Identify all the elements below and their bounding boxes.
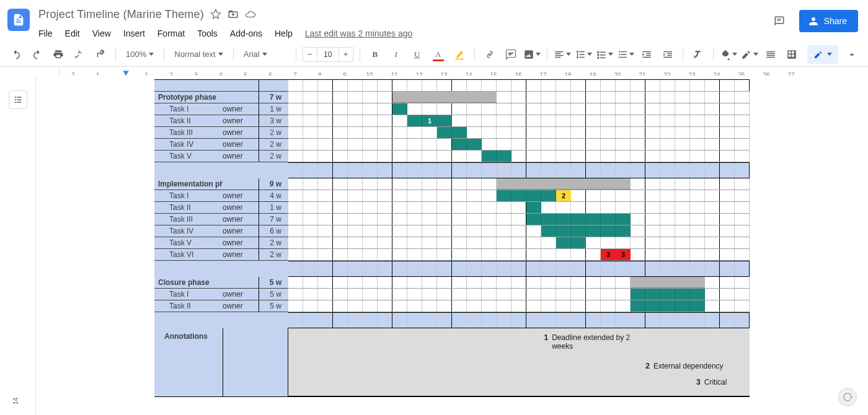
undo-button[interactable] bbox=[7, 46, 25, 63]
phase-header-bar bbox=[392, 92, 497, 103]
task-name: Task II bbox=[154, 116, 223, 125]
checklist-button[interactable] bbox=[596, 46, 613, 63]
insert-comment-button[interactable] bbox=[502, 46, 520, 63]
task-owner: owner bbox=[223, 191, 259, 200]
gantt-table: Prototype phase7 wTask Iowner1 wTask IIo… bbox=[154, 79, 750, 415]
docs-logo[interactable] bbox=[7, 9, 30, 31]
menu-tools[interactable]: Tools bbox=[197, 28, 218, 38]
task-owner: owner bbox=[223, 238, 259, 247]
task-owner: owner bbox=[223, 302, 259, 310]
page-number: 14 bbox=[12, 398, 19, 404]
phase-spacer bbox=[154, 162, 288, 178]
line-spacing-button[interactable] bbox=[575, 46, 592, 63]
task-bar bbox=[631, 300, 705, 312]
highlight-button[interactable] bbox=[451, 46, 468, 63]
task-name: Task II bbox=[154, 302, 223, 310]
annotations-area: 1Deadline extended by 2 weeks2External d… bbox=[288, 328, 750, 396]
menu-add-ons[interactable]: Add-ons bbox=[230, 28, 262, 38]
print-button[interactable] bbox=[50, 46, 67, 63]
last-edit-link[interactable]: Last edit was 2 minutes ago bbox=[305, 28, 413, 38]
menu-edit[interactable]: Edit bbox=[65, 28, 80, 38]
underline-button[interactable]: U bbox=[409, 46, 426, 63]
annotation-badge: 3 bbox=[601, 249, 616, 260]
task-bar bbox=[392, 103, 407, 115]
italic-button[interactable]: I bbox=[388, 46, 405, 63]
spellcheck-button[interactable] bbox=[71, 46, 88, 63]
task-row-labels: Implementation phase9 w bbox=[154, 178, 288, 190]
phase-spacer bbox=[154, 312, 288, 328]
fill-color-button[interactable] bbox=[720, 46, 737, 63]
menu-file[interactable]: File bbox=[38, 28, 53, 38]
cloud-status-icon[interactable] bbox=[245, 9, 256, 20]
task-row-labels: Task Iowner5 w bbox=[154, 289, 288, 300]
task-row-labels: Task IVowner2 w bbox=[154, 139, 288, 151]
editing-mode-select[interactable] bbox=[807, 45, 838, 64]
task-bar bbox=[526, 202, 541, 213]
menu-help[interactable]: Help bbox=[275, 28, 293, 38]
task-name: Task V bbox=[154, 238, 223, 247]
redo-button[interactable] bbox=[29, 46, 46, 63]
menu-insert[interactable]: Insert bbox=[123, 28, 145, 38]
menu-format[interactable]: Format bbox=[157, 28, 185, 38]
task-duration: 2 w bbox=[259, 238, 288, 247]
task-owner: owner bbox=[223, 128, 259, 137]
border-style-button[interactable] bbox=[741, 46, 758, 63]
task-row-labels: Task IIowner3 w bbox=[154, 115, 288, 127]
task-name: Task I bbox=[154, 105, 223, 113]
task-row-labels: Task Iowner1 w bbox=[154, 103, 288, 115]
bulleted-list-button[interactable] bbox=[617, 46, 634, 63]
insert-image-button[interactable] bbox=[523, 46, 541, 63]
font-size-input[interactable] bbox=[317, 47, 339, 62]
align-button[interactable] bbox=[554, 46, 571, 63]
task-name: Task I bbox=[154, 290, 223, 299]
task-owner: owner bbox=[223, 227, 259, 235]
annotation-badge: 1 bbox=[422, 115, 437, 126]
task-duration: 5 w bbox=[259, 302, 288, 310]
star-icon[interactable] bbox=[210, 9, 221, 20]
collapse-toolbar-button[interactable] bbox=[843, 46, 861, 63]
font-select[interactable]: Arial bbox=[240, 46, 290, 63]
open-comments-button[interactable] bbox=[771, 12, 788, 30]
bold-button[interactable]: B bbox=[366, 46, 384, 63]
task-row-labels: Task IIIowner2 w bbox=[154, 127, 288, 139]
task-duration: 3 w bbox=[259, 116, 288, 125]
task-row-labels: Task Vowner2 w bbox=[154, 151, 288, 162]
cell-align-button[interactable] bbox=[762, 46, 779, 63]
decrease-indent-button[interactable] bbox=[638, 46, 655, 63]
task-bar bbox=[541, 225, 631, 237]
task-duration: 5 w bbox=[259, 290, 288, 299]
task-name: Task III bbox=[154, 215, 223, 224]
task-row-labels: Task IIowner1 w bbox=[154, 202, 288, 214]
menu-view[interactable]: View bbox=[92, 28, 111, 38]
paint-format-button[interactable] bbox=[92, 46, 109, 63]
font-size-increase[interactable]: + bbox=[339, 47, 353, 62]
task-name: Task II bbox=[154, 203, 223, 212]
task-bar bbox=[437, 127, 467, 138]
task-name: Task IV bbox=[154, 140, 223, 149]
zoom-select[interactable]: 100% bbox=[122, 46, 157, 63]
phase-header-bar bbox=[631, 277, 705, 288]
doc-title[interactable]: Project Timeline (Marine Theme) bbox=[38, 8, 204, 21]
clear-formatting-button[interactable] bbox=[689, 46, 707, 63]
task-name: Task IV bbox=[154, 227, 223, 235]
task-duration: 2 w bbox=[259, 152, 288, 160]
toolbar: 100% Normal text Arial − + B I U A bbox=[0, 42, 868, 67]
paragraph-style-select[interactable]: Normal text bbox=[170, 46, 226, 63]
grammarly-icon[interactable] bbox=[838, 388, 857, 406]
task-owner: owner bbox=[223, 203, 259, 212]
task-duration: 2 w bbox=[259, 128, 288, 137]
share-button[interactable]: Share bbox=[799, 10, 858, 32]
increase-indent-button[interactable] bbox=[659, 46, 676, 63]
insert-link-button[interactable] bbox=[481, 46, 498, 63]
text-color-button[interactable]: A bbox=[430, 46, 447, 63]
document-outline-button[interactable] bbox=[9, 90, 27, 109]
task-duration: 6 w bbox=[259, 227, 288, 235]
move-to-folder-icon[interactable] bbox=[228, 9, 239, 20]
task-row-labels: Task Iowner4 w bbox=[154, 190, 288, 202]
task-bar bbox=[526, 214, 631, 225]
annotations-label-cell: Annotations bbox=[154, 328, 288, 396]
font-size-decrease[interactable]: − bbox=[303, 47, 317, 62]
task-owner: owner bbox=[223, 105, 259, 113]
task-owner: owner bbox=[223, 116, 259, 125]
table-options-button[interactable] bbox=[783, 46, 800, 63]
